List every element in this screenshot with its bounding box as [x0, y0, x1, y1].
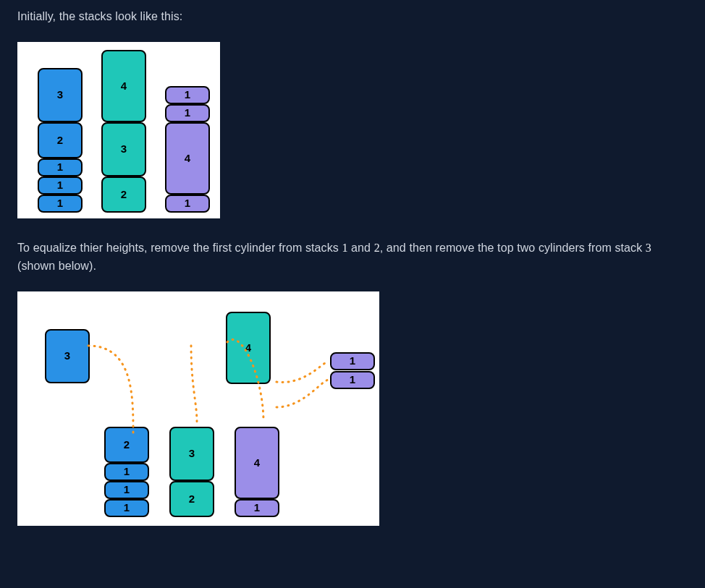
para2-text-2: and: [348, 242, 374, 254]
removal-arc: [276, 361, 329, 383]
cylinder-block: 1: [235, 499, 279, 517]
cylinder-block: 1: [165, 86, 210, 104]
cylinder-block: 4: [101, 50, 146, 122]
removal-arc: [88, 346, 133, 433]
cylinder-block: 4: [226, 312, 271, 384]
stack-number-3: 3: [646, 242, 651, 254]
figure-initial-stacks: 111232341411: [17, 42, 220, 218]
cylinder-block: 3: [38, 68, 83, 122]
cylinder-block: 1: [104, 463, 149, 481]
cylinder-block: 1: [330, 352, 375, 370]
page-content: { "page": { "para1": "Initially, the sta…: [0, 0, 705, 575]
figure-removed-stacks: 111223143411: [17, 291, 379, 526]
para2-text-4: (shown below).: [17, 260, 96, 272]
cylinder-block: 1: [165, 195, 210, 213]
stack-number-1: 1: [342, 242, 347, 254]
cylinder-block: 2: [38, 122, 83, 158]
cylinder-block: 1: [330, 371, 375, 389]
cylinder-block: 1: [104, 499, 149, 517]
cylinder-block: 3: [169, 427, 214, 481]
para2-text-1: To equalize thier heights, remove the fi…: [17, 242, 342, 254]
cylinder-block: 3: [45, 329, 90, 383]
intro-paragraph: Initially, the stacks look like this:: [17, 7, 688, 26]
para2-text-3: , and then remove the top two cylinders …: [380, 242, 646, 254]
removal-arc: [191, 346, 197, 422]
cylinder-block: 3: [101, 122, 146, 176]
cylinder-block: 1: [38, 158, 83, 176]
cylinder-block: 1: [38, 176, 83, 195]
cylinder-block: 1: [104, 481, 149, 499]
cylinder-block: 4: [235, 427, 279, 499]
stack-number-2: 2: [374, 242, 380, 254]
cylinder-block: 2: [169, 481, 214, 517]
cylinder-block: 4: [165, 122, 210, 195]
cylinder-block: 1: [165, 104, 210, 122]
cylinder-block: 2: [101, 176, 146, 213]
cylinder-block: 1: [38, 195, 83, 213]
cylinder-block: 2: [104, 427, 149, 463]
removal-arc: [276, 380, 329, 407]
explanation-paragraph: To equalize thier heights, remove the fi…: [17, 239, 688, 276]
